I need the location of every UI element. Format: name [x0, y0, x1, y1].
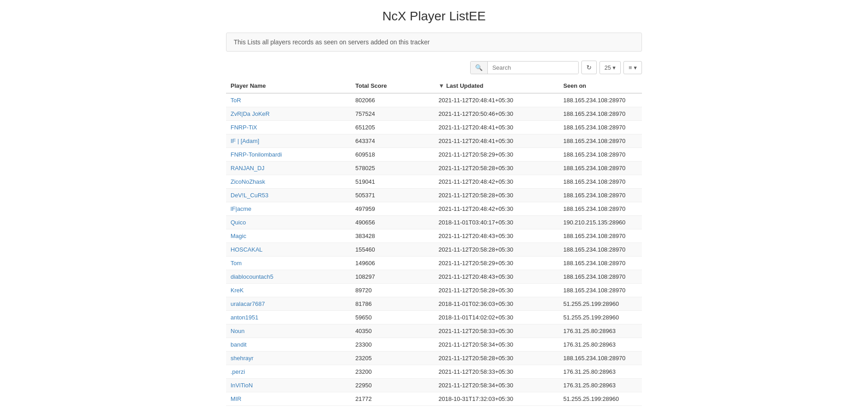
player-name-link[interactable]: ToR — [231, 97, 241, 104]
cell-total-score: 40350 — [351, 324, 434, 338]
cell-player-name: ToR — [226, 93, 351, 107]
cell-last-updated: 2018-11-01T02:36:03+05:30 — [434, 297, 559, 311]
cell-total-score: 59650 — [351, 311, 434, 324]
search-wrapper: 🔍 — [470, 61, 579, 74]
cell-last-updated: 2021-11-12T20:58:28+05:30 — [434, 162, 559, 175]
player-name-link[interactable]: Quico — [231, 219, 246, 226]
player-name-link[interactable]: Tom — [231, 260, 242, 267]
cell-last-updated: 2021-11-12T20:48:41+05:30 — [434, 93, 559, 107]
cell-total-score: 757524 — [351, 107, 434, 121]
player-name-link[interactable]: uralacar7687 — [231, 300, 265, 307]
player-name-link[interactable]: FNRP-TiX — [231, 124, 257, 131]
table-row: bandit233002021-11-12T20:58:34+05:30176.… — [226, 338, 642, 352]
cell-seen-on: 188.165.234.108:28970 — [559, 202, 642, 216]
search-input[interactable] — [488, 62, 578, 74]
player-name-link[interactable]: FNRP-Tonilombardi — [231, 151, 282, 158]
player-name-link[interactable]: KreK — [231, 287, 244, 294]
cell-player-name: FNRP-Tonilombardi — [226, 148, 351, 162]
player-name-link[interactable]: diablocountach5 — [231, 273, 274, 280]
toolbar: 🔍 ↻ 25 ▾ ≡ ▾ — [226, 61, 642, 74]
player-name-link[interactable]: ZvR|Da JoKeR — [231, 110, 269, 117]
cell-player-name: lF|acme — [226, 202, 351, 216]
cell-last-updated: 2018-11-01T03:40:17+05:30 — [434, 216, 559, 229]
cell-seen-on: 188.165.234.108:28970 — [559, 270, 642, 284]
cell-seen-on: 176.31.25.80:28963 — [559, 324, 642, 338]
cell-total-score: 21772 — [351, 392, 434, 406]
cell-seen-on: 188.165.234.108:28970 — [559, 148, 642, 162]
cell-seen-on: 188.165.234.108:28970 — [559, 284, 642, 297]
cell-last-updated: 2021-11-12T20:58:28+05:30 — [434, 284, 559, 297]
cell-seen-on: 188.165.234.108:28970 — [559, 189, 642, 202]
per-page-label: 25 — [604, 64, 611, 71]
table-row: FNRP-Tonilombardi6095182021-11-12T20:58:… — [226, 148, 642, 162]
cell-player-name: IF | [Adam] — [226, 134, 351, 148]
cell-total-score: 497959 — [351, 202, 434, 216]
cell-seen-on: 190.210.215.135:28960 — [559, 216, 642, 229]
col-header-seen-on: Seen on — [559, 79, 642, 93]
cell-player-name: Noun — [226, 324, 351, 338]
cell-seen-on: 176.31.25.80:28963 — [559, 365, 642, 379]
cell-seen-on: 188.165.234.108:28970 — [559, 352, 642, 365]
view-toggle-button[interactable]: ≡ ▾ — [623, 61, 642, 74]
cell-total-score: 802066 — [351, 93, 434, 107]
cell-last-updated: 2021-11-12T20:58:29+05:30 — [434, 148, 559, 162]
cell-last-updated: 2021-11-12T20:58:29+05:30 — [434, 257, 559, 270]
cell-player-name: uralacar7687 — [226, 297, 351, 311]
cell-last-updated: 2021-11-12T20:58:34+05:30 — [434, 379, 559, 392]
cell-last-updated: 2018-10-31T17:32:03+05:30 — [434, 392, 559, 406]
cell-player-name: HOSCAKAL — [226, 243, 351, 257]
cell-seen-on: 188.165.234.108:28970 — [559, 134, 642, 148]
per-page-button[interactable]: 25 ▾ — [599, 61, 621, 74]
player-name-link[interactable]: DeV!L_CuR53 — [231, 192, 269, 199]
cell-seen-on: 176.31.25.80:28963 — [559, 379, 642, 392]
cell-last-updated: 2021-11-12T20:48:41+05:30 — [434, 134, 559, 148]
player-name-link[interactable]: lF|acme — [231, 205, 251, 212]
cell-total-score: 149606 — [351, 257, 434, 270]
cell-total-score: 609518 — [351, 148, 434, 162]
cell-seen-on: 188.165.234.108:28970 — [559, 162, 642, 175]
cell-seen-on: 188.165.234.108:28970 — [559, 229, 642, 243]
player-name-link[interactable]: Noun — [231, 328, 245, 334]
player-name-link[interactable]: IF | [Adam] — [231, 138, 259, 144]
player-name-link[interactable]: RANJAN_DJ — [231, 165, 264, 171]
cell-player-name: .perzi — [226, 365, 351, 379]
player-name-link[interactable]: InViTioN — [231, 382, 253, 389]
player-name-link[interactable]: ZicoNoZhask — [231, 178, 265, 185]
view-icon: ≡ — [628, 64, 632, 71]
cell-player-name: Tom — [226, 257, 351, 270]
cell-last-updated: 2021-11-12T20:48:43+05:30 — [434, 229, 559, 243]
cell-last-updated: 2021-11-12T20:58:28+05:30 — [434, 189, 559, 202]
table-row: lF|acme4979592021-11-12T20:48:42+05:3018… — [226, 202, 642, 216]
cell-player-name: ZvR|Da JoKeR — [226, 107, 351, 121]
table-row: uralacar7687817862018-11-01T02:36:03+05:… — [226, 297, 642, 311]
cell-player-name: RANJAN_DJ — [226, 162, 351, 175]
cell-last-updated: 2021-11-12T20:48:41+05:30 — [434, 121, 559, 134]
player-name-link[interactable]: HOSCAKAL — [231, 246, 263, 253]
col-header-last-updated[interactable]: ▼Last Updated — [434, 79, 559, 93]
search-icon-button[interactable]: 🔍 — [471, 62, 488, 74]
cell-total-score: 89720 — [351, 284, 434, 297]
player-name-link[interactable]: .perzi — [231, 368, 245, 375]
cell-last-updated: 2021-11-12T20:48:43+05:30 — [434, 270, 559, 284]
cell-seen-on: 188.165.234.108:28970 — [559, 93, 642, 107]
player-name-link[interactable]: shehrayr — [231, 355, 254, 362]
cell-player-name: shehrayr — [226, 352, 351, 365]
cell-seen-on: 188.165.234.108:28970 — [559, 243, 642, 257]
cell-seen-on: 188.165.234.108:28970 — [559, 121, 642, 134]
table-row: InViTioN229502021-11-12T20:58:34+05:3017… — [226, 379, 642, 392]
refresh-button[interactable]: ↻ — [581, 61, 597, 74]
cell-total-score: 108297 — [351, 270, 434, 284]
player-name-link[interactable]: MIR — [231, 395, 241, 402]
table-row: Magic3834282021-11-12T20:48:43+05:30188.… — [226, 229, 642, 243]
player-name-link[interactable]: bandit — [231, 341, 246, 348]
col-header-player-name: Player Name — [226, 79, 351, 93]
player-name-link[interactable]: anton1951 — [231, 314, 258, 321]
cell-total-score: 155460 — [351, 243, 434, 257]
table-row: .perzi232002021-11-12T20:58:33+05:30176.… — [226, 365, 642, 379]
table-row: diablocountach51082972021-11-12T20:48:43… — [226, 270, 642, 284]
cell-last-updated: 2021-11-12T20:58:33+05:30 — [434, 324, 559, 338]
cell-seen-on: 176.31.25.80:28963 — [559, 338, 642, 352]
cell-player-name: InViTioN — [226, 379, 351, 392]
player-name-link[interactable]: Magic — [231, 233, 246, 239]
cell-player-name: MIR — [226, 392, 351, 406]
